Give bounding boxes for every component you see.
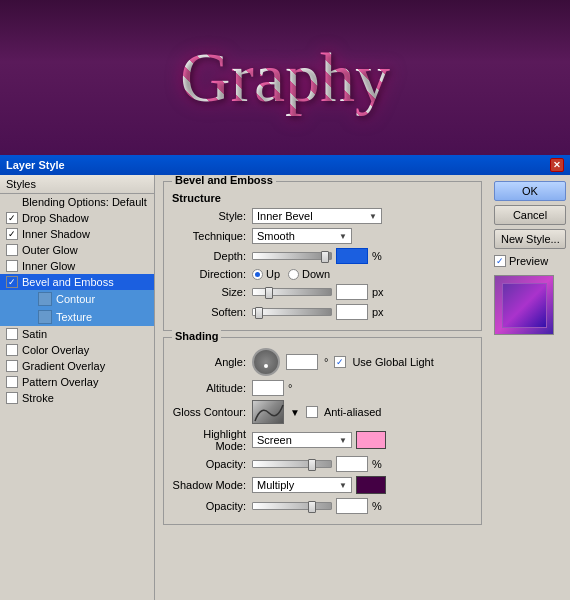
technique-dropdown[interactable]: Smooth ▼ bbox=[252, 228, 352, 244]
gloss-contour-label: Gloss Contour: bbox=[172, 406, 252, 418]
inner-shadow-checkbox[interactable] bbox=[6, 228, 18, 240]
gradient-overlay-item[interactable]: Gradient Overlay bbox=[0, 358, 154, 374]
soften-slider[interactable] bbox=[252, 308, 332, 316]
preview-label: Preview bbox=[509, 255, 548, 267]
texture-item[interactable]: Texture bbox=[0, 308, 154, 326]
blending-options-item[interactable]: Blending Options: Default bbox=[0, 194, 154, 210]
ok-button[interactable]: OK bbox=[494, 181, 566, 201]
shadow-opacity-control: 75 % bbox=[252, 498, 473, 514]
satin-item[interactable]: Satin bbox=[0, 326, 154, 342]
pattern-overlay-item[interactable]: Pattern Overlay bbox=[0, 374, 154, 390]
size-slider-thumb[interactable] bbox=[265, 287, 273, 299]
soften-input[interactable]: 0 bbox=[336, 304, 368, 320]
depth-slider-thumb[interactable] bbox=[321, 251, 329, 263]
direction-down-circle[interactable] bbox=[288, 269, 299, 280]
angle-dial[interactable] bbox=[252, 348, 280, 376]
bevel-emboss-section-label: Bevel and Emboss bbox=[172, 175, 276, 186]
direction-down-radio[interactable]: Down bbox=[288, 268, 330, 280]
technique-dropdown-arrow: ▼ bbox=[339, 232, 347, 241]
preview-text: Graphy bbox=[180, 38, 390, 118]
inner-shadow-item[interactable]: Inner Shadow bbox=[0, 226, 154, 242]
technique-control: Smooth ▼ bbox=[252, 228, 473, 244]
soften-slider-thumb[interactable] bbox=[255, 307, 263, 319]
soften-label: Soften: bbox=[172, 306, 252, 318]
anti-aliased-checkbox[interactable] bbox=[306, 406, 318, 418]
direction-up-radio[interactable]: Up bbox=[252, 268, 280, 280]
technique-label: Technique: bbox=[172, 230, 252, 242]
altitude-unit: ° bbox=[288, 382, 292, 394]
direction-label: Direction: bbox=[172, 268, 252, 280]
shadow-opacity-slider[interactable] bbox=[252, 502, 332, 510]
cancel-button[interactable]: Cancel bbox=[494, 205, 566, 225]
bevel-emboss-checkbox[interactable] bbox=[6, 276, 18, 288]
size-input[interactable]: 10 bbox=[336, 284, 368, 300]
size-slider[interactable] bbox=[252, 288, 332, 296]
style-dropdown-arrow: ▼ bbox=[369, 212, 377, 221]
shadow-color-swatch[interactable] bbox=[356, 476, 386, 494]
bevel-emboss-section: Bevel and Emboss Structure Style: Inner … bbox=[163, 181, 482, 331]
altitude-input[interactable]: 30 bbox=[252, 380, 284, 396]
new-style-button[interactable]: New Style... bbox=[494, 229, 566, 249]
technique-row: Technique: Smooth ▼ bbox=[172, 228, 473, 244]
satin-checkbox[interactable] bbox=[6, 328, 18, 340]
outer-glow-item[interactable]: Outer Glow bbox=[0, 242, 154, 258]
drop-shadow-item[interactable]: Drop Shadow bbox=[0, 210, 154, 226]
contour-icon bbox=[38, 292, 52, 306]
dialog-title-bar: Layer Style ✕ bbox=[0, 155, 570, 175]
soften-unit: px bbox=[372, 306, 384, 318]
shadow-mode-dropdown[interactable]: Multiply ▼ bbox=[252, 477, 352, 493]
bevel-emboss-item[interactable]: Bevel and Emboss bbox=[0, 274, 154, 290]
shading-section: Shading Angle: 120 ° Use Global Light bbox=[163, 337, 482, 525]
drop-shadow-checkbox[interactable] bbox=[6, 212, 18, 224]
color-overlay-item[interactable]: Color Overlay bbox=[0, 342, 154, 358]
depth-slider[interactable] bbox=[252, 252, 332, 260]
use-global-light-checkbox[interactable] bbox=[334, 356, 346, 368]
anti-aliased-label: Anti-aliased bbox=[324, 406, 381, 418]
thumbnail-inner bbox=[502, 283, 547, 328]
depth-row: Depth: 100 % bbox=[172, 248, 473, 264]
angle-input[interactable]: 120 bbox=[286, 354, 318, 370]
contour-item[interactable]: Contour bbox=[0, 290, 154, 308]
pattern-overlay-checkbox[interactable] bbox=[6, 376, 18, 388]
style-label: Style: bbox=[172, 210, 252, 222]
color-overlay-checkbox[interactable] bbox=[6, 344, 18, 356]
shadow-opacity-thumb[interactable] bbox=[308, 501, 316, 513]
shading-section-label: Shading bbox=[172, 330, 221, 342]
close-button[interactable]: ✕ bbox=[550, 158, 564, 172]
style-dropdown[interactable]: Inner Bevel ▼ bbox=[252, 208, 382, 224]
shadow-mode-arrow: ▼ bbox=[339, 481, 347, 490]
highlight-opacity-slider[interactable] bbox=[252, 460, 332, 468]
inner-glow-checkbox[interactable] bbox=[6, 260, 18, 272]
soften-control: 0 px bbox=[252, 304, 473, 320]
contour-dropdown-arrow[interactable]: ▼ bbox=[290, 407, 300, 418]
outer-glow-checkbox[interactable] bbox=[6, 244, 18, 256]
highlight-opacity-unit: % bbox=[372, 458, 382, 470]
depth-control: 100 % bbox=[252, 248, 473, 264]
highlight-opacity-thumb[interactable] bbox=[308, 459, 316, 471]
dialog-main-content: Styles Blending Options: Default Drop Sh… bbox=[0, 175, 570, 600]
direction-row: Direction: Up Down bbox=[172, 268, 473, 280]
direction-up-circle[interactable] bbox=[252, 269, 263, 280]
use-global-light-label: Use Global Light bbox=[352, 356, 433, 368]
depth-input[interactable]: 100 bbox=[336, 248, 368, 264]
highlight-mode-arrow: ▼ bbox=[339, 436, 347, 445]
dialog-title: Layer Style bbox=[6, 159, 65, 171]
stroke-item[interactable]: Stroke bbox=[0, 390, 154, 406]
gloss-contour-preview[interactable] bbox=[252, 400, 284, 424]
size-label: Size: bbox=[172, 286, 252, 298]
highlight-opacity-input[interactable]: 75 bbox=[336, 456, 368, 472]
contour-svg bbox=[253, 401, 285, 425]
direction-control: Up Down bbox=[252, 268, 473, 280]
style-control: Inner Bevel ▼ bbox=[252, 208, 473, 224]
preview-checkbox[interactable] bbox=[494, 255, 506, 267]
stroke-checkbox[interactable] bbox=[6, 392, 18, 404]
right-panel: OK Cancel New Style... Preview bbox=[490, 175, 570, 600]
angle-unit: ° bbox=[324, 356, 328, 368]
inner-glow-item[interactable]: Inner Glow bbox=[0, 258, 154, 274]
highlight-color-swatch[interactable] bbox=[356, 431, 386, 449]
gradient-overlay-checkbox[interactable] bbox=[6, 360, 18, 372]
shadow-opacity-input[interactable]: 75 bbox=[336, 498, 368, 514]
highlight-mode-dropdown[interactable]: Screen ▼ bbox=[252, 432, 352, 448]
size-row: Size: 10 px bbox=[172, 284, 473, 300]
altitude-label: Altitude: bbox=[172, 382, 252, 394]
